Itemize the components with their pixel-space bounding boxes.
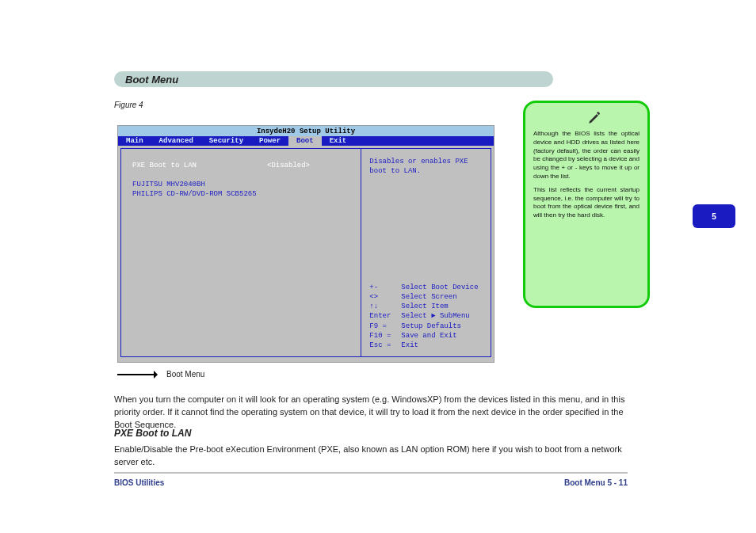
- key-desc: Select Item: [401, 302, 448, 311]
- tab-security[interactable]: Security: [201, 136, 251, 146]
- key-hint: F9 =: [369, 322, 401, 331]
- chapter-tab-number: 5: [712, 212, 716, 221]
- key-hint: Esc =: [369, 341, 401, 350]
- note-paragraph: Although the BIOS lists the optical devi…: [533, 130, 640, 181]
- arrow-icon: [117, 371, 162, 379]
- key-hint: +-: [369, 283, 401, 292]
- key-desc: Select Boot Device: [401, 283, 478, 292]
- subheading: PXE Boot to LAN: [114, 428, 191, 439]
- note-paragraph: This list reflects the current startup s…: [533, 186, 640, 220]
- bios-title-bar: InsydeH20 Setup Utility: [118, 126, 494, 136]
- body-paragraph: Enable/Disable the Pre-boot eXecution En…: [114, 444, 628, 469]
- key-hint: <>: [369, 292, 401, 302]
- key-desc: Exit: [401, 341, 418, 350]
- section-heading: Boot Menu: [114, 71, 553, 87]
- body-paragraph: When you turn the computer on it will lo…: [114, 394, 628, 432]
- key-desc: Setup Defaults: [401, 322, 461, 331]
- bios-help-line: Disables or enables PXE: [369, 157, 483, 166]
- figure-subcaption: Boot Menu: [117, 370, 204, 379]
- bios-key-legend: +-Select Boot Device <>Select Screen ↑↓S…: [369, 283, 483, 350]
- key-hint: Enter: [369, 311, 401, 321]
- tab-boot[interactable]: Boot: [288, 136, 322, 146]
- key-desc: Select Screen: [401, 292, 456, 302]
- bios-menu-bar: Main Advanced Security Power Boot Exit: [118, 136, 494, 146]
- boot-device-item[interactable]: FUJITSU MHV2040BH: [132, 181, 353, 188]
- tab-power[interactable]: Power: [251, 136, 288, 146]
- section-heading-text: Boot Menu: [125, 74, 178, 86]
- note-callout: Although the BIOS lists the optical devi…: [523, 101, 650, 308]
- footer-left: BIOS Utilities: [114, 478, 164, 487]
- footer-right: Boot Menu 5 - 11: [564, 478, 628, 487]
- chapter-tab: 5: [693, 204, 735, 228]
- bios-setting-value[interactable]: <Disabled>: [267, 162, 310, 169]
- bios-window: InsydeH20 Setup Utility Main Advanced Se…: [117, 125, 494, 363]
- bios-help-line: boot to LAN.: [369, 166, 483, 176]
- bios-setting-label: PXE Boot to LAN: [132, 162, 267, 169]
- bios-left-pane: PXE Boot to LAN <Disabled> FUJITSU MHV20…: [120, 148, 361, 357]
- key-hint: ↑↓: [369, 302, 401, 311]
- tab-advanced[interactable]: Advanced: [151, 136, 201, 146]
- tab-main[interactable]: Main: [118, 136, 151, 146]
- bios-help-pane: Disables or enables PXE boot to LAN. +-S…: [361, 148, 491, 357]
- bios-setting-row[interactable]: PXE Boot to LAN <Disabled>: [132, 162, 353, 169]
- key-hint: F10 =: [369, 331, 401, 341]
- key-desc: Select ► SubMenu: [401, 311, 469, 321]
- figure-subcaption-text: Boot Menu: [166, 370, 204, 379]
- footer-rule: [114, 472, 628, 474]
- tab-exit[interactable]: Exit: [322, 136, 355, 146]
- pencil-icon: [587, 111, 601, 125]
- figure-caption: Figure 4: [114, 101, 143, 109]
- key-desc: Save and Exit: [401, 331, 456, 341]
- boot-device-item[interactable]: PHILIPS CD-RW/DVD-ROM SCB5265: [132, 190, 353, 198]
